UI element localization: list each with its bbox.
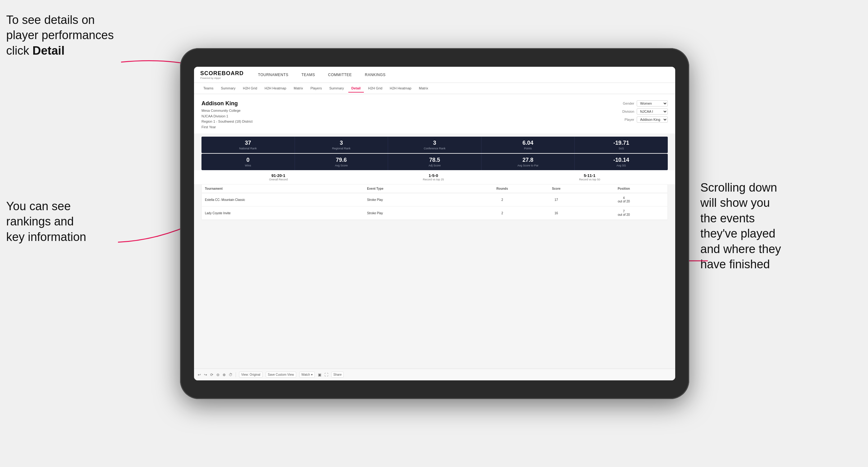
tab-h2h-heatmap[interactable]: H2H Heatmap xyxy=(261,85,289,93)
th-tournament: Tournament xyxy=(205,187,367,190)
clock-icon[interactable]: ⏱ xyxy=(229,373,232,377)
annotation-bottomright: Scrolling down will show you the events … xyxy=(700,180,862,272)
tab-players[interactable]: Players xyxy=(307,85,325,93)
logo-sub: Powered by clippd xyxy=(200,77,244,80)
player-school: Mesa Community College xyxy=(202,108,252,114)
player-region: Region 1 - Southwest (18) District xyxy=(202,119,252,125)
player-division: NJCAA Division 1 xyxy=(202,114,252,119)
th-score: Score xyxy=(529,187,583,190)
save-custom-label: Save Custom View xyxy=(268,373,294,376)
stat-adj-score: 78.5 Adj Score xyxy=(388,154,482,170)
division-label: Division xyxy=(619,110,634,113)
watch-button[interactable]: Watch ▾ xyxy=(299,372,315,378)
toolbar-separator xyxy=(236,372,236,377)
annotation-bottomleft: You can see rankings and key information xyxy=(6,199,86,245)
tab-summary2[interactable]: Summary xyxy=(326,85,347,93)
device-icon[interactable]: ▣ xyxy=(318,373,321,377)
nav-committee[interactable]: COMMITTEE xyxy=(326,71,354,78)
nav-rankings[interactable]: RANKINGS xyxy=(363,71,388,78)
logo-main: SCOREBOARD xyxy=(200,70,244,77)
nav-tournaments[interactable]: TOURNAMENTS xyxy=(256,71,290,78)
table-row: Lady Coyote Invite Stroke Play 2 16 7 ou… xyxy=(202,207,668,220)
tab-summary[interactable]: Summary xyxy=(218,85,239,93)
redo-icon[interactable]: ↪ xyxy=(204,373,207,377)
zoom-out-icon[interactable]: ⊖ xyxy=(216,373,219,377)
tab-matrix[interactable]: Matrix xyxy=(290,85,306,93)
division-select[interactable]: NJCAA I NJCAA II xyxy=(637,108,668,115)
table-header: Tournament Event Type Rounds Score Posit… xyxy=(202,184,668,193)
td-rounds-2: 2 xyxy=(475,212,529,215)
td-event-1: Stroke Play xyxy=(367,198,475,201)
player-filters: Gender Women Men Division NJCAA I NJCAA … xyxy=(619,100,668,123)
player-select[interactable]: Addison King xyxy=(637,117,668,123)
zoom-in-icon[interactable]: ⊕ xyxy=(223,373,226,377)
gender-label: Gender xyxy=(619,101,634,105)
share-button[interactable]: Share xyxy=(331,372,344,378)
undo-icon[interactable]: ↩ xyxy=(198,373,201,377)
sub-nav: Teams Summary H2H Grid H2H Heatmap Matri… xyxy=(194,83,675,94)
td-score-2: 16 xyxy=(529,212,583,215)
stat-avg-score-par: 27.8 Avg Score to Par xyxy=(482,154,575,170)
record-top25: 1-5-0 Record vs top 25 xyxy=(423,173,444,181)
stat-national-rank: 37 National Rank xyxy=(202,136,295,153)
th-rounds: Rounds xyxy=(475,187,529,190)
td-tournament-1: Estella CC- Mountain Classic xyxy=(205,198,367,201)
save-custom-button[interactable]: Save Custom View xyxy=(266,372,296,378)
td-position-2: 7 out of 20 xyxy=(583,210,664,216)
stat-avg-sg: -10.14 Avg SG xyxy=(575,154,668,170)
tablet-frame: SCOREBOARD Powered by clippd TOURNAMENTS… xyxy=(180,48,689,399)
main-content: Addison King Mesa Community College NJCA… xyxy=(194,94,675,369)
td-position-1: 4 out of 20 xyxy=(583,196,664,203)
tab-teams[interactable]: Teams xyxy=(200,85,216,93)
tablet-screen: SCOREBOARD Powered by clippd TOURNAMENTS… xyxy=(194,67,675,380)
watch-label: Watch xyxy=(302,373,310,376)
player-label: Player xyxy=(619,118,634,121)
stats-row2: 0 Wins 79.6 Avg Score 78.5 Adj Score 27.… xyxy=(202,154,668,170)
tab-matrix2[interactable]: Matrix xyxy=(416,85,431,93)
player-panel: Addison King Mesa Community College NJCA… xyxy=(194,94,675,133)
tab-h2h-grid[interactable]: H2H Grid xyxy=(240,85,260,93)
tab-h2h-grid2[interactable]: H2H Grid xyxy=(365,85,385,93)
filter-player: Player Addison King xyxy=(619,117,668,123)
annotation-topleft: To see details on player performances cl… xyxy=(6,12,114,58)
stat-wins: 0 Wins xyxy=(202,154,295,170)
share-label: Share xyxy=(333,373,342,376)
td-score-1: 17 xyxy=(529,198,583,201)
tab-detail[interactable]: Detail xyxy=(348,85,364,93)
player-info: Addison King Mesa Community College NJCA… xyxy=(202,100,252,130)
player-year: First Year xyxy=(202,125,252,130)
nav-teams[interactable]: TEAMS xyxy=(300,71,317,78)
fullscreen-icon[interactable]: ⛶ xyxy=(324,373,328,377)
filter-gender: Gender Women Men xyxy=(619,100,668,106)
watch-dropdown-icon: ▾ xyxy=(311,373,313,376)
top-nav: SCOREBOARD Powered by clippd TOURNAMENTS… xyxy=(194,67,675,83)
stat-avg-score: 79.6 Avg Score xyxy=(295,154,389,170)
record-row: 91-20-1 Overall Record 1-5-0 Record vs t… xyxy=(194,170,675,184)
td-tournament-2: Lady Coyote Invite xyxy=(205,212,367,215)
player-header: Addison King Mesa Community College NJCA… xyxy=(202,100,668,130)
record-top50: 5-11-1 Record vs top 50 xyxy=(579,173,600,181)
tournament-table: Tournament Event Type Rounds Score Posit… xyxy=(202,184,668,220)
stat-sos: -19.71 SoS xyxy=(575,136,668,153)
record-overall: 91-20-1 Overall Record xyxy=(269,173,288,181)
view-original-button[interactable]: View: Original xyxy=(239,372,262,378)
th-position: Position xyxy=(583,187,664,190)
th-event-type: Event Type xyxy=(367,187,475,190)
table-row: Estella CC- Mountain Classic Stroke Play… xyxy=(202,193,668,207)
scoreboard-logo: SCOREBOARD Powered by clippd xyxy=(200,70,244,80)
tab-h2h-heatmap2[interactable]: H2H Heatmap xyxy=(387,85,415,93)
stat-conference-rank: 3 Conference Rank xyxy=(388,136,482,153)
stat-points: 6.04 Points xyxy=(482,136,575,153)
gender-select[interactable]: Women Men xyxy=(637,100,668,106)
stat-regional-rank: 3 Regional Rank xyxy=(295,136,389,153)
td-event-2: Stroke Play xyxy=(367,212,475,215)
refresh-icon[interactable]: ⟳ xyxy=(210,373,213,377)
stats-row1: 37 National Rank 3 Regional Rank 3 Confe… xyxy=(202,136,668,153)
player-name: Addison King xyxy=(202,100,252,107)
bottom-toolbar: ↩ ↪ ⟳ ⊖ ⊕ ⏱ View: Original Save Custom V… xyxy=(194,369,675,380)
view-original-label: View: Original xyxy=(241,373,260,376)
filter-division: Division NJCAA I NJCAA II xyxy=(619,108,668,115)
td-rounds-1: 2 xyxy=(475,198,529,201)
